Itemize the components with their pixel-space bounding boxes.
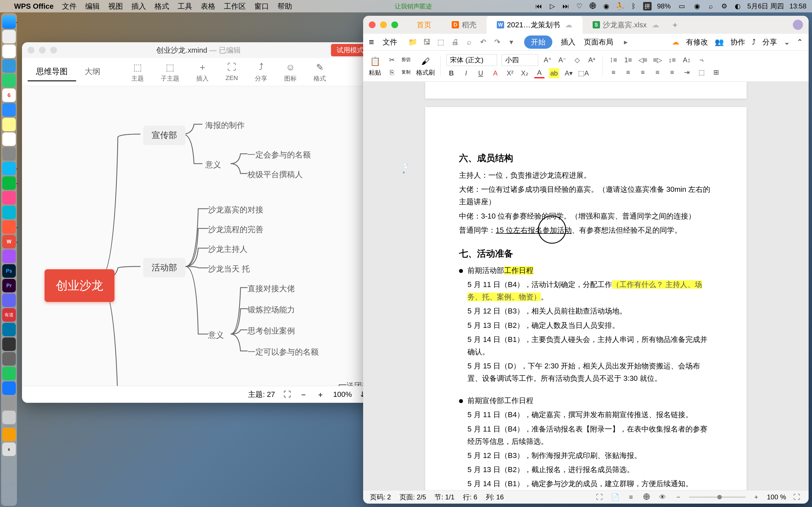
zoom-level[interactable]: 100% <box>333 390 352 399</box>
mindmap-sub[interactable]: 一定可以参与的名额 <box>248 347 319 357</box>
mindmap-sub[interactable]: 一定会参与的名额 <box>248 150 311 160</box>
media-play-icon[interactable]: ▷ <box>548 2 556 10</box>
date-display[interactable]: 5月6日 周四 <box>748 2 784 11</box>
cloud-warn-icon[interactable]: ☁ <box>672 38 679 47</box>
dock-app-f[interactable] <box>2 352 16 365</box>
page-number-indicator[interactable]: 页码: 2 <box>370 493 391 502</box>
view-page-icon[interactable]: 📄 <box>610 492 620 502</box>
page-indicator[interactable]: 页面: 2/5 <box>400 493 426 502</box>
dock-xmind[interactable] <box>2 220 16 234</box>
view-read-icon[interactable]: 👁 <box>658 492 668 502</box>
row-indicator[interactable]: 行: 6 <box>463 493 477 502</box>
zoom-out-button[interactable]: − <box>673 492 683 502</box>
save-icon[interactable]: 🖫 <box>423 38 431 47</box>
mindmap-sub[interactable]: 锻炼控场能力 <box>248 304 295 315</box>
input-method-icon[interactable]: 拼 <box>643 2 652 10</box>
justify-button[interactable]: ≡ <box>652 67 663 77</box>
control-center-icon[interactable]: ⚙ <box>720 2 728 10</box>
minimize-button[interactable] <box>380 21 387 28</box>
copy-icon[interactable]: ⎘ <box>387 67 397 77</box>
dock-app-e[interactable] <box>2 337 16 351</box>
mindmap-sub[interactable]: 意义 <box>208 330 224 341</box>
numbering-button[interactable]: 1≡ <box>623 55 633 65</box>
tool-sticker[interactable]: ☺图标 <box>284 61 297 83</box>
strikethrough-button[interactable]: A <box>490 68 500 78</box>
battery-percent[interactable]: 98% <box>657 2 671 10</box>
fit-page-icon[interactable]: ⛶ <box>792 492 802 502</box>
dock-sysprefs[interactable] <box>2 147 16 161</box>
align-right-button[interactable]: ≡ <box>638 67 648 77</box>
mindmap-sub[interactable]: 沙龙当天 托 <box>208 264 250 274</box>
menu-file[interactable]: 文件 <box>62 1 77 11</box>
hamburger-icon[interactable]: ≡ <box>369 37 374 47</box>
person-icon[interactable]: ⛹ <box>616 2 624 10</box>
mindmap-sub[interactable]: 海报的制作 <box>205 120 245 131</box>
doc-paragraph[interactable]: 主持人：一位，负责推进沙龙流程进展。 <box>459 169 713 181</box>
dock-safari[interactable] <box>2 45 16 58</box>
tool-insert[interactable]: ＋插入 <box>196 61 209 83</box>
doc-paragraph[interactable]: 5 月 11 日（B4），确定嘉宾，撰写并发布前期宣传推送、报名链接。 <box>467 408 713 421</box>
dock-app-d[interactable] <box>2 293 16 307</box>
char-shading-button[interactable]: A▾ <box>564 68 574 78</box>
mindmap-sub[interactable]: 校级平台撰稿人 <box>248 169 303 180</box>
wps-tab-home[interactable]: 首页 <box>407 16 442 34</box>
tool-subtopic[interactable]: ⬚子主题 <box>161 61 179 83</box>
menu-tools[interactable]: 工具 <box>177 1 192 11</box>
show-marks-button[interactable]: ¬ <box>696 55 707 65</box>
doc-paragraph[interactable]: 5 月 11 日（B4），活动计划确定，分配工作（工作有什么？ 主持人、场务、托… <box>467 278 713 303</box>
dropdown-icon[interactable]: ▾ <box>507 38 516 47</box>
wps-tab-xlsx[interactable]: S沙龙嘉宾.xlsx☁ <box>582 16 669 34</box>
style-icon[interactable]: Aᵃ <box>587 55 597 65</box>
superscript-button[interactable]: X² <box>505 68 515 78</box>
comment-panel-icon[interactable]: 📄 ▾ <box>403 163 408 175</box>
media-next-icon[interactable]: ⏭ <box>562 2 570 10</box>
font-family-select[interactable] <box>446 54 497 66</box>
wps-document-viewport[interactable]: 📄 ▾ 六、成员结构 主持人：一位，负责推进沙龙流程进展。 大佬：一位有过诸多成… <box>363 82 809 490</box>
heading-6[interactable]: 六、成员结构 <box>459 152 713 165</box>
app-name[interactable]: WPS Office <box>14 2 54 11</box>
zoom-in-button[interactable]: + <box>751 492 761 502</box>
dock-wps[interactable]: W <box>2 235 16 248</box>
maximize-button[interactable] <box>391 21 398 28</box>
dock-downloads[interactable] <box>2 428 16 441</box>
copy-label[interactable]: 复制 <box>402 69 410 75</box>
dock-photoshop[interactable]: Ps <box>2 264 16 278</box>
changes-label[interactable]: 有修改 <box>686 37 708 47</box>
open-icon[interactable]: 📁 <box>409 38 417 47</box>
wifi-icon[interactable]: ◉ <box>693 2 701 10</box>
share-icon[interactable]: ⤴ <box>752 38 756 47</box>
close-button[interactable] <box>28 47 35 54</box>
document-page[interactable]: 📄 ▾ 六、成员结构 主持人：一位，负责推进沙龙流程进展。 大佬：一位有过诸多成… <box>425 107 747 490</box>
share-label[interactable]: 分享 <box>762 37 777 47</box>
dock-finder[interactable] <box>2 15 16 29</box>
dock-alipay[interactable] <box>2 381 16 395</box>
mindmap-sub[interactable]: 直接对接大佬 <box>248 283 295 294</box>
preview-icon[interactable]: ⌕ <box>465 38 473 47</box>
align-center-button[interactable]: ≡ <box>623 67 633 77</box>
mindmap-node[interactable]: 活动部 <box>143 258 186 277</box>
doc-paragraph[interactable]: 大佬：一位有过诸多成功项目经验的嘉宾。（邀请这位嘉宾准备 30min 左右的主题… <box>459 183 713 208</box>
spotlight-icon[interactable]: ⌕ <box>707 2 715 10</box>
time-display[interactable]: 13:58 <box>790 2 806 10</box>
fit-icon[interactable]: ⛶ <box>284 390 291 399</box>
menu-start[interactable]: 开始 <box>524 36 552 49</box>
close-button[interactable] <box>369 21 375 28</box>
dock-reminders[interactable] <box>2 132 16 146</box>
menu-layout[interactable]: 页面布局 <box>584 37 613 47</box>
tool-share[interactable]: ⤴分享 <box>255 61 267 83</box>
collab-label[interactable]: 协作 <box>730 37 745 47</box>
menu-view[interactable]: 视图 <box>108 1 123 11</box>
char-border-button[interactable]: ⬚A <box>578 68 589 78</box>
line-spacing-button[interactable]: ↕≡ <box>667 55 677 65</box>
mindmap-sub[interactable]: 沙龙流程的完善 <box>208 224 263 235</box>
underline-button[interactable]: U <box>476 68 486 78</box>
heading-7[interactable]: 七、活动准备 <box>459 247 713 260</box>
tab-outline[interactable]: 大纲 <box>76 63 109 81</box>
maximize-button[interactable] <box>50 47 57 54</box>
dock-matlab[interactable] <box>2 323 16 336</box>
doc-paragraph[interactable]: 中佬：3-10 位有参赛经验的同学。（增强和嘉宾、普通同学之间的连接） <box>459 210 713 222</box>
chevron-down-icon[interactable]: ⌄ <box>784 38 790 47</box>
collab-icon[interactable]: 👥 <box>715 38 724 47</box>
font-color-button[interactable]: A <box>534 68 545 78</box>
bullets-button[interactable]: ⫶≡ <box>608 55 619 65</box>
